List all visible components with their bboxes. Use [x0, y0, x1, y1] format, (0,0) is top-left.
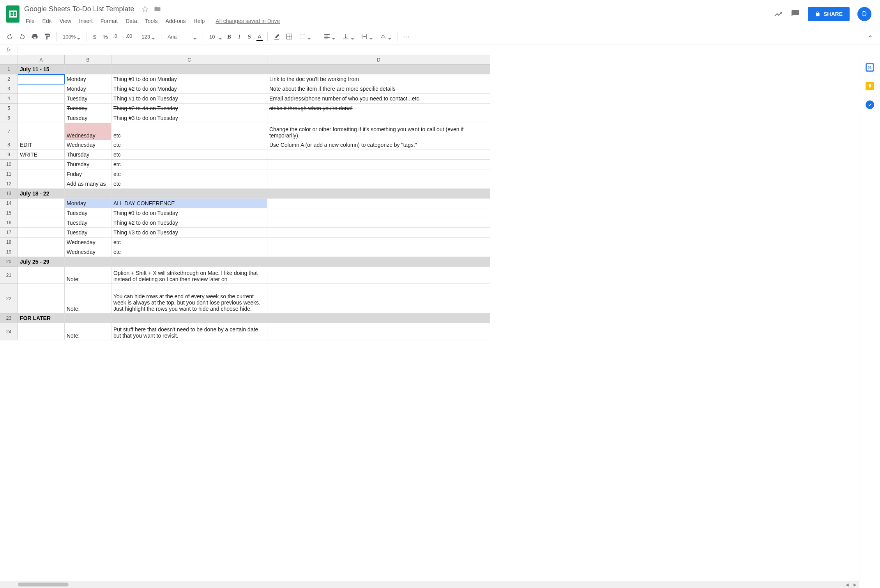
- cell-A1[interactable]: July 11 - 15: [18, 65, 65, 74]
- cell-C7[interactable]: etc: [111, 123, 267, 140]
- cell-D10[interactable]: [267, 160, 490, 169]
- cell-A17[interactable]: [18, 228, 65, 238]
- column-header-A[interactable]: A: [18, 55, 65, 65]
- horizontal-scrollbar[interactable]: ◀ ▶: [0, 581, 859, 585]
- increase-decimal-button[interactable]: .00→: [124, 31, 138, 42]
- cell-B19[interactable]: Wednesday: [65, 247, 111, 257]
- cell-D17[interactable]: [267, 228, 490, 238]
- cell-B16[interactable]: Tuesday: [65, 218, 111, 228]
- menu-insert[interactable]: Insert: [76, 16, 96, 26]
- app-logo[interactable]: [3, 3, 23, 23]
- cell-A22[interactable]: [18, 284, 65, 313]
- cell-C13[interactable]: [111, 189, 267, 199]
- cell-D23[interactable]: [267, 313, 490, 323]
- cell-C20[interactable]: [111, 257, 267, 267]
- cell-D5[interactable]: strike it through when you're done!: [267, 104, 490, 113]
- cell-C23[interactable]: [111, 313, 267, 323]
- cell-C18[interactable]: etc: [111, 238, 267, 247]
- cell-C12[interactable]: etc: [111, 179, 267, 189]
- select-all-corner[interactable]: [0, 55, 18, 65]
- cell-B5[interactable]: Tuesday: [65, 104, 111, 113]
- cell-D16[interactable]: [267, 218, 490, 228]
- cell-C2[interactable]: Thing #1 to do on Monday: [111, 74, 267, 84]
- cell-C4[interactable]: Thing #1 to do on Tuesday: [111, 94, 267, 104]
- row-header-22[interactable]: 22: [0, 284, 18, 313]
- decrease-decimal-button[interactable]: .0←: [111, 31, 123, 42]
- fill-color-button[interactable]: [271, 31, 283, 42]
- cell-C8[interactable]: etc: [111, 140, 267, 150]
- cell-D14[interactable]: [267, 199, 490, 208]
- menu-format[interactable]: Format: [97, 16, 121, 26]
- cell-B20[interactable]: [65, 257, 111, 267]
- cell-A14[interactable]: [18, 199, 65, 208]
- folder-icon[interactable]: [154, 5, 161, 12]
- text-wrap-button[interactable]: [358, 32, 376, 42]
- cell-A6[interactable]: [18, 113, 65, 123]
- cell-C22[interactable]: You can hide rows at the end of every we…: [111, 284, 267, 313]
- row-header-5[interactable]: 5: [0, 104, 18, 113]
- spreadsheet-grid[interactable]: ABCD1July 11 - 152MondayThing #1 to do o…: [0, 55, 859, 340]
- more-formats-button[interactable]: 123: [138, 32, 158, 41]
- merge-cells-button[interactable]: [296, 32, 314, 42]
- cell-D2[interactable]: Link to the doc you'll be working from: [267, 74, 490, 84]
- row-header-10[interactable]: 10: [0, 160, 18, 169]
- cell-B6[interactable]: Tuesday: [65, 113, 111, 123]
- cell-B11[interactable]: Friday: [65, 169, 111, 179]
- row-header-3[interactable]: 3: [0, 84, 18, 94]
- cell-A21[interactable]: [18, 267, 65, 284]
- comments-icon[interactable]: [791, 9, 800, 19]
- cell-A19[interactable]: [18, 247, 65, 257]
- cell-B15[interactable]: Tuesday: [65, 208, 111, 218]
- vertical-align-button[interactable]: [339, 32, 357, 42]
- cell-D13[interactable]: [267, 189, 490, 199]
- cell-B3[interactable]: Monday: [65, 84, 111, 94]
- cell-D18[interactable]: [267, 238, 490, 247]
- explore-icon[interactable]: [774, 9, 783, 19]
- cell-B17[interactable]: Tuesday: [65, 228, 111, 238]
- bold-button[interactable]: B: [224, 31, 234, 42]
- row-header-23[interactable]: 23: [0, 313, 18, 323]
- paint-format-button[interactable]: [41, 31, 53, 42]
- column-header-D[interactable]: D: [267, 55, 490, 65]
- tasks-icon[interactable]: [866, 100, 874, 109]
- cell-C1[interactable]: [111, 65, 267, 74]
- share-button[interactable]: SHARE: [808, 7, 850, 21]
- cell-D3[interactable]: Note about the item if there are more sp…: [267, 84, 490, 94]
- cell-A2[interactable]: [18, 74, 65, 84]
- cell-D15[interactable]: [267, 208, 490, 218]
- cell-B8[interactable]: Wednesday: [65, 140, 111, 150]
- menu-help[interactable]: Help: [191, 16, 208, 26]
- more-toolbar-button[interactable]: ···: [401, 31, 412, 42]
- row-header-11[interactable]: 11: [0, 169, 18, 179]
- format-currency-button[interactable]: $: [90, 31, 99, 42]
- redo-button[interactable]: [16, 31, 28, 42]
- row-header-6[interactable]: 6: [0, 113, 18, 123]
- row-header-19[interactable]: 19: [0, 247, 18, 257]
- calendar-icon[interactable]: 31: [866, 63, 874, 72]
- cell-A20[interactable]: July 25 - 29: [18, 257, 65, 267]
- undo-button[interactable]: [4, 31, 16, 42]
- cell-D12[interactable]: [267, 179, 490, 189]
- cell-C5[interactable]: Thing #2 to do on Tuesday: [111, 104, 267, 113]
- cell-B9[interactable]: Thursday: [65, 150, 111, 160]
- collapse-toolbar-button[interactable]: [864, 31, 876, 42]
- cell-B12[interactable]: Add as many as: [65, 179, 111, 189]
- cell-C24[interactable]: Put stuff here that doesn't need to be d…: [111, 323, 267, 340]
- column-header-B[interactable]: B: [65, 55, 111, 65]
- cell-A16[interactable]: [18, 218, 65, 228]
- row-header-15[interactable]: 15: [0, 208, 18, 218]
- cell-A13[interactable]: July 18 - 22: [18, 189, 65, 199]
- row-header-21[interactable]: 21: [0, 267, 18, 284]
- cell-C19[interactable]: etc: [111, 247, 267, 257]
- print-button[interactable]: [29, 31, 41, 42]
- cell-C16[interactable]: Thing #2 to do on Tuesday: [111, 218, 267, 228]
- cell-D6[interactable]: [267, 113, 490, 123]
- cell-B7[interactable]: Wednesday: [65, 123, 111, 140]
- borders-button[interactable]: [283, 31, 295, 42]
- document-title[interactable]: Google Sheets To-Do List Template: [23, 4, 136, 14]
- cell-A12[interactable]: [18, 179, 65, 189]
- cell-C11[interactable]: etc: [111, 169, 267, 179]
- cell-D20[interactable]: [267, 257, 490, 267]
- font-size-select[interactable]: 10: [206, 32, 218, 41]
- scroll-left-button[interactable]: ◀: [843, 581, 851, 585]
